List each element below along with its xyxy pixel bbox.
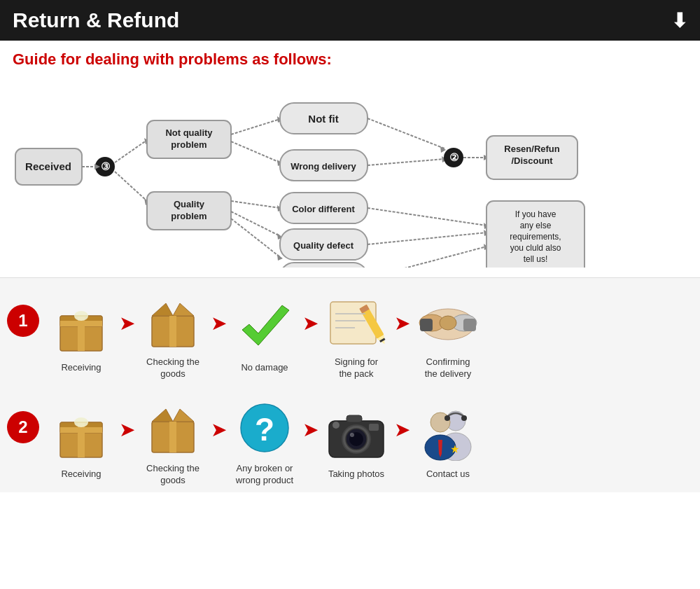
header-title: Return & Refund [13, 8, 179, 32]
svg-rect-81 [420, 319, 433, 331]
svg-rect-101 [346, 415, 362, 422]
svg-line-24 [231, 201, 280, 208]
step-receiving-2: Receiving [46, 403, 116, 480]
flowchart-section: Received ③ Not quality problem Quality p… [0, 74, 700, 277]
label-nodamage: No damage [241, 362, 288, 374]
svg-line-6 [115, 140, 147, 162]
svg-text:tell us!: tell us! [524, 254, 548, 264]
arrow-6: ➤ [211, 418, 227, 441]
svg-text:you cluld also: you cluld also [510, 243, 561, 253]
svg-rect-82 [463, 319, 476, 331]
svg-text:③: ③ [101, 160, 110, 172]
svg-text:Color different: Color different [292, 204, 355, 214]
label-signing: Signing forthe pack [335, 356, 378, 380]
step-2-items: Receiving ➤ Checking thegoods [45, 397, 693, 487]
label-receiving-2: Receiving [61, 469, 101, 480]
pencil-paper-icon [321, 291, 391, 354]
arrow-4: ➤ [394, 312, 410, 335]
process-row-1: 1 [7, 285, 693, 386]
step-1-items: Receiving ➤ Che [45, 291, 693, 380]
svg-rect-93 [169, 422, 176, 452]
header: Return & Refund ⬇ [0, 0, 700, 41]
arrow-8: ➤ [394, 418, 410, 441]
svg-text:?: ? [254, 411, 274, 448]
svg-rect-68 [169, 316, 176, 347]
svg-marker-29 [277, 254, 283, 261]
process-section: 1 [0, 277, 700, 492]
svg-line-36 [368, 118, 444, 148]
flowchart-svg: Received ③ Not quality problem Quality p… [7, 78, 693, 268]
label-receiving-1: Receiving [61, 362, 101, 374]
handshake-icon [413, 291, 483, 354]
question-mark-icon: ? [230, 397, 300, 460]
svg-point-83 [440, 316, 456, 330]
step-nodamage: No damage [230, 296, 300, 374]
step-checking-1: Checking thegoods [138, 291, 208, 380]
svg-text:problem: problem [171, 211, 206, 221]
svg-marker-67 [173, 303, 194, 316]
svg-rect-102 [369, 424, 379, 431]
svg-point-108 [444, 415, 450, 421]
step-photos: Taking photos [321, 403, 391, 480]
step-checking-2: Checking thegoods [138, 397, 208, 487]
svg-rect-34 [280, 263, 368, 268]
arrow-2: ➤ [211, 312, 227, 335]
step-confirming: Confirmingthe delivery [413, 291, 483, 380]
svg-point-103 [332, 422, 340, 429]
svg-point-100 [350, 433, 354, 437]
svg-rect-87 [60, 427, 102, 433]
svg-text:Quality: Quality [174, 199, 205, 209]
arrow-1: ➤ [119, 312, 135, 335]
svg-marker-92 [173, 409, 194, 422]
svg-rect-62 [60, 321, 102, 326]
svg-marker-91 [152, 409, 173, 422]
svg-line-8 [115, 172, 147, 201]
svg-marker-66 [152, 303, 173, 316]
label-confirming: Confirmingthe delivery [425, 356, 471, 380]
svg-text:problem: problem [171, 139, 206, 150]
label-broken: Any broken orwrong product [236, 463, 293, 487]
svg-line-16 [231, 119, 280, 134]
step-broken: ? Any broken orwrong product [230, 397, 300, 487]
svg-text:Quality defect: Quality defect [293, 240, 354, 251]
package-open-icon [138, 291, 208, 354]
person-headset-icon [413, 403, 483, 466]
svg-text:any else: any else [520, 221, 552, 230]
svg-line-38 [368, 159, 444, 165]
step-signing: Signing forthe pack [321, 291, 391, 380]
svg-text:Received: Received [25, 160, 71, 172]
svg-line-47 [368, 208, 486, 226]
package-closed-icon [46, 296, 116, 359]
svg-text:Not fit: Not fit [308, 113, 338, 125]
package-closed-2-icon [46, 403, 116, 466]
header-arrow: ⬇ [671, 9, 687, 32]
svg-text:Not quality: Not quality [165, 127, 213, 138]
svg-text:②: ② [449, 151, 458, 163]
step-1-circle: 1 [7, 305, 39, 337]
process-row-2: 2 Receiving [7, 391, 693, 492]
package-open-2-icon [138, 397, 208, 460]
svg-point-109 [461, 415, 467, 421]
label-contact: Contact us [426, 469, 470, 480]
camera-icon [321, 403, 391, 466]
subtitle: Guide for dealing with problems as follo… [0, 41, 700, 74]
svg-text:/Discount: /Discount [511, 155, 553, 166]
step-2-circle: 2 [7, 411, 39, 443]
page-wrapper: Return & Refund ⬇ Guide for dealing with… [0, 0, 700, 589]
arrow-5: ➤ [119, 418, 135, 441]
svg-text:If you have: If you have [515, 209, 556, 219]
svg-text:Wrong delivery: Wrong delivery [290, 161, 356, 172]
label-photos: Taking photos [328, 469, 384, 480]
svg-text:requirements,: requirements, [510, 232, 561, 242]
label-checking-2: Checking thegoods [146, 463, 200, 487]
step-receiving-1: Receiving [46, 296, 116, 374]
arrow-3: ➤ [302, 312, 318, 335]
svg-line-51 [368, 247, 486, 268]
step-contact: Contact us [413, 403, 483, 480]
svg-marker-69 [242, 305, 289, 345]
checkmark-icon [230, 296, 300, 359]
arrow-7: ➤ [302, 418, 318, 441]
svg-line-49 [368, 233, 486, 244]
svg-text:Resen/Refun: Resen/Refun [504, 144, 560, 154]
svg-line-18 [231, 141, 280, 162]
